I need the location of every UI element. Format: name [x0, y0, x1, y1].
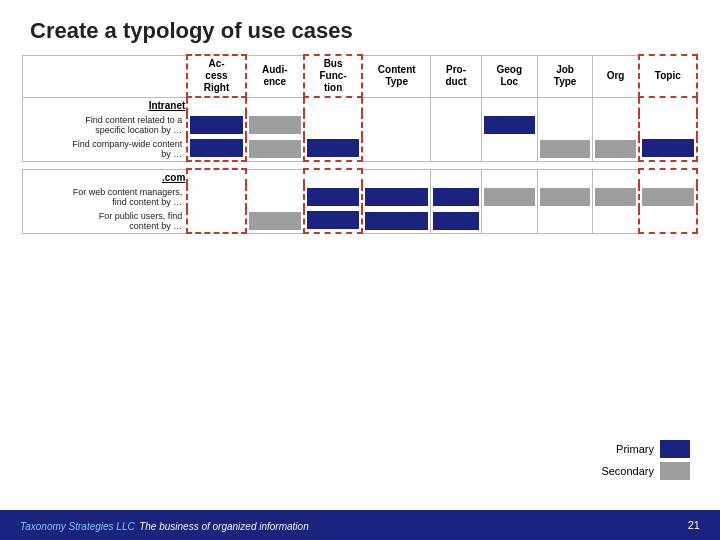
footer-company: Taxonomy Strategies LLC: [20, 521, 135, 532]
page-title: Create a typology of use cases: [0, 0, 720, 54]
legend-secondary-label: Secondary: [601, 465, 654, 477]
section-intranet-header: Intranet: [23, 97, 698, 113]
col-header-topic: Topic: [639, 55, 697, 97]
typology-table: Ac-cessRight Audi-ence BusFunc-tion Cont…: [22, 54, 698, 234]
table-row: For public users, findcontent by …: [23, 209, 698, 234]
section-label-com: .com: [23, 169, 188, 185]
legend-area: Primary Secondary: [601, 440, 690, 480]
col-header-access-right: Ac-cessRight: [187, 55, 245, 97]
main-content: Ac-cessRight Audi-ence BusFunc-tion Cont…: [0, 54, 720, 234]
legend-primary-box: [660, 440, 690, 458]
col-header-intranet: [23, 55, 188, 97]
section-com-header: .com: [23, 169, 698, 185]
footer-tagline: The business of organized information: [139, 521, 309, 532]
legend-secondary: Secondary: [601, 462, 690, 480]
col-header-org: Org: [593, 55, 639, 97]
table-row: Find company-wide contentby …: [23, 137, 698, 162]
spacer-row: [23, 161, 698, 169]
table-row: For web content managers,find content by…: [23, 185, 698, 209]
col-header-content-type: ContentType: [362, 55, 430, 97]
legend-primary-label: Primary: [616, 443, 654, 455]
footer-page-number: 21: [688, 519, 700, 531]
legend-secondary-box: [660, 462, 690, 480]
footer-text: Taxonomy Strategies LLC The business of …: [20, 516, 309, 534]
col-header-audience: Audi-ence: [246, 55, 304, 97]
section-label-intranet: Intranet: [23, 97, 188, 113]
footer: Taxonomy Strategies LLC The business of …: [0, 510, 720, 540]
col-header-geog-loc: GeogLoc: [481, 55, 537, 97]
table-row: Find content related to aspecific locati…: [23, 113, 698, 137]
col-header-product: Pro-duct: [431, 55, 482, 97]
legend-primary: Primary: [616, 440, 690, 458]
col-header-job-type: JobType: [537, 55, 593, 97]
col-header-bus-function: BusFunc-tion: [304, 55, 362, 97]
